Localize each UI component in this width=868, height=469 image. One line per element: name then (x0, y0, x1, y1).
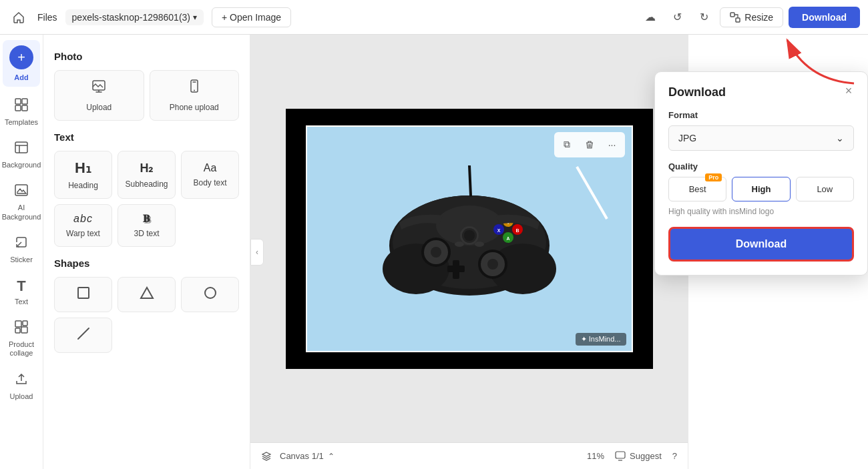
undo-button[interactable]: ↺ (666, 7, 688, 28)
phone-upload-item-label: Phone upload (170, 103, 219, 112)
body-text-label: Body text (193, 178, 226, 187)
svg-point-41 (455, 242, 464, 247)
svg-rect-3 (22, 99, 27, 104)
shapes-section-title: Shapes (54, 258, 239, 269)
square-icon (76, 286, 91, 304)
add-button[interactable]: + (9, 45, 33, 69)
files-button[interactable]: Files (37, 12, 57, 23)
quality-best-button[interactable]: Pro Best (668, 177, 726, 201)
warp-text-icon: abc (73, 213, 93, 225)
sidebar-item-product-collage[interactable]: Product collage (3, 314, 40, 363)
photo-grid: Upload Phone upload (54, 70, 239, 121)
svg-rect-13 (78, 288, 89, 298)
sidebar-item-templates[interactable]: Templates (3, 92, 40, 132)
phone-upload-item[interactable]: Phone upload (150, 70, 240, 121)
help-button[interactable]: ? (672, 451, 677, 461)
subheading-item[interactable]: H₂ Subheading (118, 151, 176, 199)
chevron-down-icon: ⌄ (836, 133, 844, 143)
sidebar-item-text[interactable]: T Text (3, 272, 40, 312)
canvas-wrapper[interactable]: A B X Y (250, 35, 688, 442)
subheading-icon: H₂ (140, 161, 154, 175)
photo-section-title: Photo (54, 51, 239, 62)
text-icon: T (17, 278, 25, 295)
upload-item-icon (91, 79, 107, 99)
background-icon (14, 140, 29, 158)
canvas-label: Canvas 1/1 ⌃ (280, 451, 335, 461)
sidebar-item-background[interactable]: Background (3, 135, 40, 175)
topbar-download-button[interactable]: Download (789, 7, 860, 28)
quality-label: Quality (668, 161, 854, 171)
svg-rect-43 (616, 452, 625, 458)
svg-line-42 (469, 165, 471, 195)
zoom-level: 11% (587, 451, 604, 461)
body-text-item[interactable]: Aa Body text (181, 151, 239, 199)
product-collage-label: Product collage (5, 340, 37, 358)
redo-button[interactable]: ↻ (693, 7, 714, 28)
3d-text-label: 3D text (134, 229, 159, 238)
resize-button[interactable]: Resize (720, 7, 783, 27)
home-button[interactable] (8, 7, 29, 28)
sidebar-item-upload[interactable]: Upload (3, 366, 40, 406)
svg-text:A: A (506, 236, 509, 241)
format-select[interactable]: JPG ⌄ (668, 125, 854, 151)
background-label: Background (2, 161, 41, 169)
delete-button[interactable] (580, 135, 600, 155)
left-panel: Photo Upload Phone upload Text H₁ Headin… (43, 35, 250, 469)
shape-triangle[interactable] (118, 277, 176, 312)
svg-point-14 (205, 288, 216, 298)
svg-rect-6 (15, 321, 21, 327)
upload-item[interactable]: Upload (54, 70, 144, 121)
ai-background-label: AI Background (2, 203, 41, 221)
quality-low-button[interactable]: Low (796, 177, 854, 201)
svg-rect-9 (21, 327, 27, 333)
body-text-icon: Aa (204, 162, 217, 174)
pro-badge: Pro (705, 173, 722, 181)
cloud-icon[interactable]: ☁ (640, 7, 661, 28)
filename-display[interactable]: pexels-stasknop-1298601(3) ▾ (65, 9, 204, 25)
shape-circle[interactable] (181, 277, 239, 312)
more-options-button[interactable]: ··· (602, 135, 622, 155)
download-modal-button[interactable]: Download (668, 227, 854, 262)
canvas-inner[interactable]: A B X Y (306, 125, 633, 352)
modal-close-button[interactable]: × (839, 81, 858, 100)
collapse-left-panel[interactable]: ‹ (250, 239, 264, 266)
templates-label: Templates (5, 118, 38, 127)
3d-text-icon: 𝐁 (143, 213, 150, 225)
canvas-bottombar: Canvas 1/1 ⌃ 11% Suggest ? (250, 442, 688, 469)
modal-title: Download (668, 85, 854, 99)
phone-upload-icon (186, 79, 202, 99)
svg-line-15 (78, 328, 89, 339)
svg-text:X: X (497, 228, 500, 233)
quality-note: High quality with insMind logo (668, 207, 854, 216)
svg-rect-8 (15, 328, 20, 333)
templates-icon (14, 97, 29, 115)
canvas-info: 11% Suggest ? (587, 451, 677, 462)
suggest-button[interactable]: Suggest (615, 451, 662, 462)
open-image-button[interactable]: + Open Image (212, 7, 291, 27)
sidebar-item-ai-background[interactable]: AI Background (3, 177, 40, 226)
product-collage-icon (14, 320, 29, 338)
sticker-icon (14, 235, 29, 253)
quality-high-button[interactable]: High (732, 177, 790, 201)
sidebar-icons: + Add Templates Background AI Background (0, 35, 43, 469)
sidebar-item-sticker[interactable]: Sticker (3, 229, 40, 270)
text-grid: H₁ Heading H₂ Subheading Aa Body text ab… (54, 151, 239, 247)
warp-text-label: Warp text (66, 229, 100, 238)
upload-label: Upload (10, 392, 33, 401)
triangle-icon (140, 286, 154, 304)
subheading-label: Subheading (125, 179, 168, 189)
shape-square[interactable] (54, 277, 112, 312)
warp-text-item[interactable]: abc Warp text (54, 204, 112, 247)
3d-text-item[interactable]: 𝐁 3D text (118, 204, 176, 247)
svg-rect-1 (736, 18, 740, 22)
topbar-actions: ☁ ↺ ↻ Resize Download (640, 7, 860, 28)
shape-line[interactable] (54, 318, 112, 353)
svg-rect-4 (15, 105, 21, 111)
diagonal-line-element (576, 166, 608, 219)
svg-point-40 (475, 242, 484, 247)
heading-item[interactable]: H₁ Heading (54, 151, 112, 199)
copy-button[interactable]: ⧉ (557, 135, 577, 155)
canvas-area: ‹ (250, 35, 688, 469)
layers-button[interactable] (261, 451, 272, 462)
sidebar-item-add[interactable]: + Add (3, 40, 40, 87)
